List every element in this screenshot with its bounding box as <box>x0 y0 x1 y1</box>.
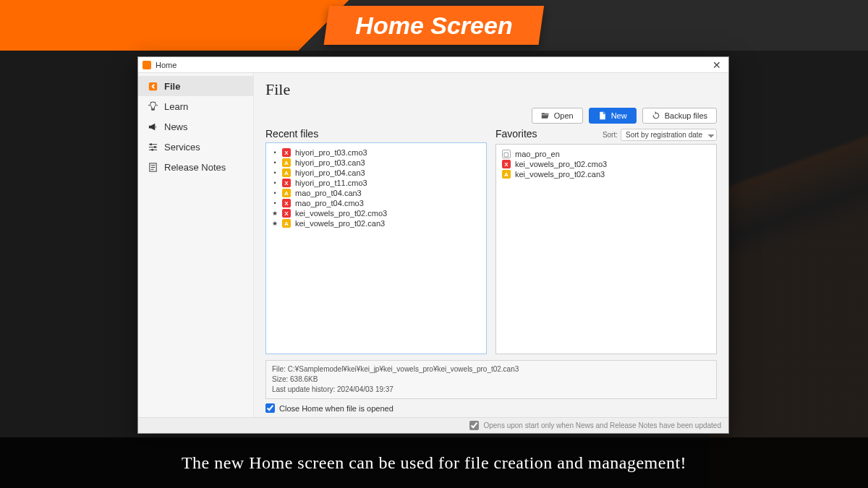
close-on-open-option[interactable]: Close Home when file is opened <box>265 403 717 413</box>
file-name: hiyori_pro_t11.cmo3 <box>295 179 367 187</box>
list-item[interactable]: •Xhiyori_pro_t11.cmo3 <box>272 178 480 188</box>
can3-icon: A <box>502 170 511 179</box>
pin-mark: • <box>272 169 278 176</box>
backup-button[interactable]: Backup files <box>642 108 717 124</box>
open-button[interactable]: Open <box>532 108 583 124</box>
list-item[interactable]: ▢mao_pro_en <box>502 149 710 159</box>
app-window: Home ✕ FileLearnNewsServicesRelease Note… <box>137 56 729 434</box>
sidebar-item-learn[interactable]: Learn <box>138 96 253 116</box>
page-title: File <box>265 82 717 98</box>
titlebar: Home ✕ <box>138 57 728 73</box>
sidebar-item-release-notes[interactable]: Release Notes <box>138 157 253 177</box>
can3-icon: A <box>282 168 291 177</box>
file-back-icon <box>147 80 158 92</box>
megaphone-icon <box>147 121 158 132</box>
footer-option[interactable]: Opens upon start only when News and Rele… <box>138 417 728 433</box>
info-updated: Last update history: 2024/04/03 19:37 <box>272 385 710 395</box>
pin-mark: ★ <box>272 210 278 217</box>
list-item[interactable]: ★Xkei_vowels_pro_t02.cmo3 <box>272 208 480 218</box>
favorites-title: Favorites <box>495 128 537 140</box>
can3-icon: A <box>282 189 291 197</box>
favorites-panel: Favorites Sort: Sort by registration dat… <box>495 128 717 354</box>
file-name: hiyori_pro_t03.can3 <box>295 158 365 167</box>
file-name: mao_pro_t04.can3 <box>295 189 362 197</box>
pin-mark: • <box>272 189 278 197</box>
file-name: kei_vowels_pro_t02.can3 <box>515 170 605 179</box>
svg-point-3 <box>151 148 153 150</box>
svg-point-1 <box>150 143 152 145</box>
notes-icon <box>147 161 158 173</box>
file-info: File: C:¥Samplemodel¥kei¥kei_jp¥kei_vowe… <box>265 360 717 399</box>
list-item[interactable]: Xkei_vowels_pro_t02.cmo3 <box>502 159 710 169</box>
list-item[interactable]: ★Akei_vowels_pro_t02.can3 <box>272 218 480 228</box>
sidebar-item-file[interactable]: File <box>138 76 253 96</box>
can3-icon: A <box>282 158 291 167</box>
cmo3-icon: X <box>282 199 291 207</box>
list-item[interactable]: Akei_vowels_pro_t02.can3 <box>502 169 710 179</box>
cmo3-icon: X <box>282 179 291 187</box>
sidebar-item-label: Learn <box>164 101 188 112</box>
sidebar-item-label: Services <box>164 142 200 153</box>
cmo3-icon: X <box>282 209 291 218</box>
file-name: mao_pro_en <box>515 150 560 158</box>
sidebar-item-label: Release Notes <box>164 162 226 173</box>
pin-mark: • <box>272 159 278 166</box>
file-name: kei_vowels_pro_t02.cmo3 <box>515 160 607 168</box>
app-icon <box>142 61 151 69</box>
info-size: Size: 638.6KB <box>272 374 710 385</box>
window-title: Home <box>156 61 176 69</box>
cmo3-icon: X <box>282 148 291 157</box>
file-name: mao_pro_t04.cmo3 <box>295 199 364 207</box>
list-item[interactable]: •Ahiyori_pro_t03.can3 <box>272 158 480 168</box>
cmo3-icon: X <box>502 160 511 168</box>
caption: The new Home screen can be used for file… <box>0 437 868 488</box>
file-name: kei_vowels_pro_t02.cmo3 <box>295 209 387 218</box>
slider-icon <box>147 141 158 153</box>
svg-point-2 <box>153 146 156 148</box>
new-button[interactable]: New <box>589 108 637 124</box>
bg-stripe-right <box>709 0 868 488</box>
file-name: hiyori_pro_t03.cmo3 <box>295 148 367 157</box>
footer-checkbox[interactable] <box>469 421 479 430</box>
sidebar-item-news[interactable]: News <box>138 116 253 137</box>
recent-panel: Recent files •Xhiyori_pro_t03.cmo3•Ahiyo… <box>265 128 487 354</box>
sort-label: Sort: <box>603 131 618 139</box>
lightbulb-icon <box>147 100 158 112</box>
new-file-icon <box>598 111 607 120</box>
list-item[interactable]: •Xhiyori_pro_t03.cmo3 <box>272 147 480 158</box>
sidebar: FileLearnNewsServicesRelease Notes <box>138 73 254 417</box>
pin-mark: • <box>272 179 278 187</box>
favorites-list[interactable]: ▢mao_pro_enXkei_vowels_pro_t02.cmo3Akei_… <box>495 144 717 354</box>
sidebar-item-services[interactable]: Services <box>138 137 253 157</box>
close-button[interactable]: ✕ <box>710 59 724 71</box>
list-item[interactable]: •Ahiyori_pro_t04.can3 <box>272 168 480 178</box>
recent-list[interactable]: •Xhiyori_pro_t03.cmo3•Ahiyori_pro_t03.ca… <box>265 142 487 354</box>
close-on-open-checkbox[interactable] <box>265 403 275 413</box>
folder-open-icon <box>541 111 550 120</box>
info-path: File: C:¥Samplemodel¥kei¥kei_jp¥kei_vowe… <box>272 364 710 374</box>
sidebar-item-label: File <box>164 81 180 92</box>
backup-icon <box>652 111 660 120</box>
file-name: hiyori_pro_t04.can3 <box>295 168 365 177</box>
pin-mark: • <box>272 200 278 207</box>
pin-mark: ★ <box>272 220 278 227</box>
pin-mark: • <box>272 149 278 156</box>
recent-title: Recent files <box>265 128 318 140</box>
file-name: kei_vowels_pro_t02.can3 <box>295 219 385 228</box>
list-item[interactable]: •Amao_pro_t04.can3 <box>272 188 480 198</box>
sidebar-item-label: News <box>164 121 188 132</box>
can3-icon: A <box>282 219 291 228</box>
folder-icon: ▢ <box>502 150 511 158</box>
toolbar: Open New Backup files <box>265 108 717 124</box>
list-item[interactable]: •Xmao_pro_t04.cmo3 <box>272 198 480 208</box>
sort-select[interactable]: Sort by registration date <box>621 129 717 141</box>
banner-title: Home Screen <box>324 6 545 45</box>
